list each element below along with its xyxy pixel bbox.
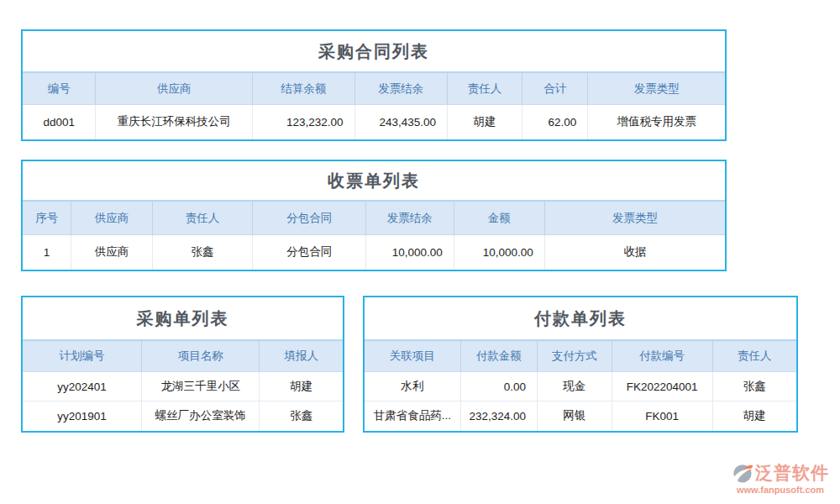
column-header: 分包合同 [253, 202, 366, 235]
receipt-list-table: 收票单列表 序号供应商责任人分包合同发票结余金额发票类型 1供应商张鑫分包合同1… [21, 160, 727, 271]
table-row[interactable]: 甘肃省食品药...232,324.00网银FK001胡建 [365, 402, 796, 431]
table-cell: 232,324.00 [460, 402, 537, 431]
table-cell: 10,000.00 [454, 235, 544, 270]
column-header: 付款编号 [612, 341, 712, 372]
table-row[interactable]: 水利0.00现金FK202204001张鑫 [365, 372, 796, 402]
table-cell: 张鑫 [152, 235, 253, 270]
table-title: 采购合同列表 [23, 31, 725, 73]
table-cell: 龙湖三千里小区 [141, 372, 259, 402]
column-header: 编号 [23, 73, 96, 105]
table-cell: 123,232.00 [253, 105, 354, 139]
table-cell: 现金 [537, 372, 612, 402]
table-row[interactable]: yy201901螺丝厂办公室装饰张鑫 [23, 402, 343, 431]
table-cell: 水利 [365, 372, 460, 402]
table-cell: 胡建 [712, 402, 796, 431]
table-header-row: 关联项目付款金额支付方式付款编号责任人 [365, 341, 796, 372]
table-cell: 10,000.00 [365, 235, 454, 270]
column-header: 供应商 [96, 73, 253, 105]
table-cell: 胡建 [260, 372, 343, 402]
table-row[interactable]: dd001重庆长江环保科技公司123,232.00243,435.00胡建62.… [23, 105, 725, 139]
column-header: 金额 [454, 202, 544, 235]
fanpu-logo-icon [732, 462, 753, 484]
table-header-row: 序号供应商责任人分包合同发票结余金额发票类型 [23, 202, 725, 235]
table-title: 收票单列表 [23, 161, 725, 202]
table-cell: 分包合同 [253, 235, 366, 270]
column-header: 项目名称 [141, 341, 259, 372]
column-header: 发票结余 [365, 202, 454, 235]
table-cell: 张鑫 [260, 402, 343, 431]
column-header: 发票结余 [354, 73, 448, 105]
table-cell: 收据 [544, 235, 725, 270]
table-cell: 网银 [537, 402, 612, 431]
table-cell: FK001 [612, 402, 712, 431]
table-title: 采购单列表 [23, 297, 343, 341]
watermark-url-text[interactable]: www.fanpusoft.com [724, 485, 837, 495]
table-title: 付款单列表 [365, 297, 796, 341]
purchase-order-list-table: 采购单列表 计划编号项目名称填报人 yy202401龙湖三千里小区胡建yy201… [21, 296, 344, 433]
table-cell: 62.00 [522, 105, 588, 139]
table-cell: 供应商 [71, 235, 152, 270]
table-cell: 243,435.00 [354, 105, 448, 139]
column-header: 发票类型 [544, 202, 725, 235]
column-header: 责任人 [152, 202, 253, 235]
dashboard-page: 采购合同列表 编号供应商结算余额发票结余责任人合计发票类型 dd001重庆长江环… [0, 0, 840, 504]
column-header: 支付方式 [537, 341, 612, 372]
column-header: 计划编号 [23, 341, 141, 372]
column-header: 关联项目 [365, 341, 460, 372]
table-cell: 1 [23, 235, 71, 270]
table-cell: FK202204001 [612, 372, 712, 402]
payment-list-table: 付款单列表 关联项目付款金额支付方式付款编号责任人 水利0.00现金FK2022… [363, 296, 798, 433]
table-cell: yy201901 [23, 402, 141, 431]
watermark-brand-text: 泛普软件 [755, 461, 829, 485]
table-row[interactable]: 1供应商张鑫分包合同10,000.0010,000.00收据 [23, 235, 725, 270]
column-header: 填报人 [260, 341, 343, 372]
table-header-row: 计划编号项目名称填报人 [23, 341, 343, 372]
table-cell: dd001 [23, 105, 96, 139]
column-header: 序号 [23, 202, 71, 235]
table-cell: 增值税专用发票 [588, 105, 725, 139]
table-cell: 张鑫 [712, 372, 796, 402]
table-cell: 胡建 [448, 105, 522, 139]
table-row[interactable]: yy202401龙湖三千里小区胡建 [23, 372, 343, 402]
table-cell: 0.00 [460, 372, 537, 402]
table-cell: 螺丝厂办公室装饰 [141, 402, 259, 431]
column-header: 合计 [522, 73, 588, 105]
column-header: 责任人 [448, 73, 522, 105]
table-header-row: 编号供应商结算余额发票结余责任人合计发票类型 [23, 73, 725, 105]
column-header: 责任人 [712, 341, 796, 372]
column-header: 结算余额 [253, 73, 354, 105]
column-header: 发票类型 [588, 73, 725, 105]
table-cell: 甘肃省食品药... [365, 402, 460, 431]
column-header: 付款金额 [460, 341, 537, 372]
column-header: 供应商 [71, 202, 152, 235]
purchase-contract-list-table: 采购合同列表 编号供应商结算余额发票结余责任人合计发票类型 dd001重庆长江环… [21, 29, 727, 141]
table-cell: yy202401 [23, 372, 141, 402]
table-cell: 重庆长江环保科技公司 [96, 105, 253, 139]
fanpu-watermark: 泛普软件 www.fanpusoft.com [724, 461, 837, 495]
